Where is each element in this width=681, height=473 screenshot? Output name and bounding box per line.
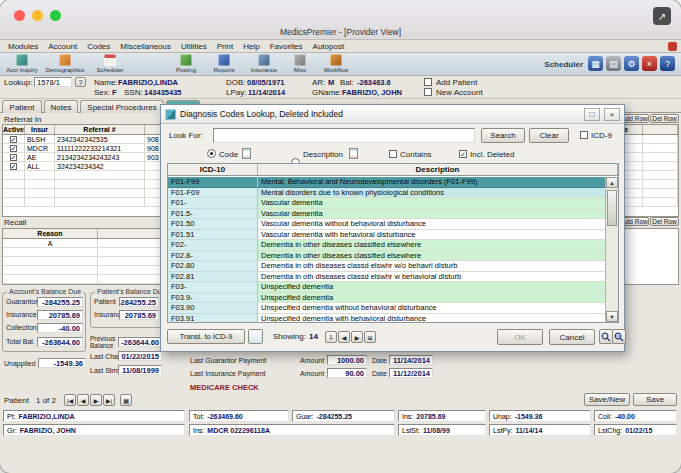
menu-miscellaneous[interactable]: Miscellaneous: [115, 42, 176, 51]
magnifier-plus-icon[interactable]: [612, 329, 626, 344]
toolbar-insurance[interactable]: Insurance: [244, 54, 284, 75]
lookup-label: Lookup:: [4, 78, 32, 87]
titlebar: MedicsPremier - [Provider View] ↗: [0, 0, 681, 40]
toolbar-scheduler[interactable]: Scheduler: [90, 54, 130, 75]
cancel-button[interactable]: Cancel: [549, 329, 595, 345]
incl-deleted-checkbox[interactable]: ✓: [459, 150, 467, 158]
ok-button[interactable]: OK: [497, 329, 543, 345]
magnifier-icon[interactable]: [599, 329, 613, 344]
menu-utilities[interactable]: Utilities: [176, 42, 212, 51]
add-patient-checkbox[interactable]: [424, 78, 432, 86]
grid-nav-next-button[interactable]: ▶: [351, 331, 363, 343]
menu-favorites[interactable]: Favorites: [265, 42, 308, 51]
toolbar-acct-inquiry[interactable]: Acct Inquiry: [2, 54, 42, 75]
exit-icon[interactable]: [668, 42, 677, 51]
dx-row[interactable]: F02.81Dementia in oth diseases classd el…: [168, 272, 605, 283]
dx-row[interactable]: F01.51Vascular dementia with behavioral …: [168, 230, 605, 241]
patient-next-button[interactable]: ▶: [90, 394, 102, 406]
save-button[interactable]: Save: [633, 393, 677, 406]
patient-list-icon[interactable]: ▦: [120, 394, 132, 406]
active-checkbox[interactable]: ✓: [10, 145, 17, 152]
tab-special-procedures[interactable]: Special Procedures: [80, 100, 164, 113]
ssn-label: SSN:: [124, 88, 143, 97]
toolbar-reports[interactable]: Reports: [206, 54, 242, 75]
active-checkbox[interactable]: ✓: [10, 163, 17, 170]
referral-number-cell: 324234234342: [55, 162, 145, 170]
toolbar-demographics[interactable]: Demographics: [42, 54, 88, 75]
icd9-checkbox[interactable]: [580, 131, 588, 139]
lookup-help-button[interactable]: ?: [75, 77, 86, 87]
code-radio[interactable]: [207, 149, 216, 158]
description-column-header[interactable]: Description: [258, 164, 618, 175]
clear-button[interactable]: Clear: [529, 128, 569, 143]
scroll-down-icon[interactable]: ▼: [606, 311, 618, 322]
grid-nav-prev-button[interactable]: ◀: [338, 331, 350, 343]
diagnosis-codes-dialog: Diagnosis Codes Lookup, Deleted Included…: [160, 104, 625, 352]
tab-notes[interactable]: Notes: [44, 100, 78, 113]
insurance-label: Insurance: [6, 311, 37, 318]
new-account-checkbox[interactable]: [424, 88, 432, 96]
del-row-button-bottom[interactable]: Del Row: [650, 217, 679, 226]
toolbar-workflow[interactable]: Workflow: [316, 54, 356, 75]
lookup-input[interactable]: 1578/1: [34, 77, 72, 87]
zoom-traffic-light[interactable]: [50, 10, 61, 21]
patient-prev-button[interactable]: ◀: [77, 394, 89, 406]
look-for-input[interactable]: [213, 128, 475, 143]
menu-modules[interactable]: Modules: [3, 42, 43, 51]
scrollbar-thumb[interactable]: [607, 190, 617, 226]
grid-nav-last-button[interactable]: ⊞: [364, 331, 376, 343]
tab-patient[interactable]: Patient: [2, 100, 42, 113]
dx-row[interactable]: F03.9-Unspecified dementia: [168, 293, 605, 304]
dialog-close-button[interactable]: ×: [604, 108, 620, 121]
dx-row[interactable]: F02-Dementia in other diseases classifie…: [168, 240, 605, 251]
expand-arrow-icon: ↗: [658, 11, 666, 22]
ar-value: M: [328, 78, 334, 87]
calculator-icon[interactable]: ▦: [588, 56, 603, 71]
patient-first-button[interactable]: |◀: [64, 394, 76, 406]
dx-row[interactable]: F01.50Vascular dementia without behavior…: [168, 219, 605, 230]
active-checkbox[interactable]: ✓: [10, 136, 17, 143]
contains-checkbox[interactable]: [389, 150, 397, 158]
grid-scrollbar[interactable]: ▲ ▼: [605, 177, 618, 322]
search-button[interactable]: Search: [481, 128, 525, 143]
menu-autopost[interactable]: Autopost: [308, 42, 350, 51]
dx-row[interactable]: F03.91Unspecified dementia with behavior…: [168, 314, 605, 323]
close-traffic-light[interactable]: [14, 10, 25, 21]
expand-icon[interactable]: ↗: [653, 7, 671, 25]
dx-row[interactable]: F01-F99Mental, Behavioral and Neurodevel…: [168, 177, 605, 188]
icd9-tool-icon[interactable]: [248, 329, 263, 344]
del-row-button-top[interactable]: Del Row: [650, 114, 679, 123]
icd10-column-header[interactable]: ICD-10: [168, 164, 258, 175]
menu-help[interactable]: Help: [238, 42, 264, 51]
menu-codes[interactable]: Codes: [82, 42, 115, 51]
close-session-icon[interactable]: ×: [642, 56, 657, 71]
save-new-button[interactable]: Save/New: [584, 393, 630, 406]
dx-row[interactable]: F02.8-Dementia in other diseases classif…: [168, 251, 605, 262]
menu-account[interactable]: Account: [43, 42, 82, 51]
menu-print[interactable]: Print: [212, 42, 238, 51]
previous-balance-label: Previous Balance: [90, 336, 120, 349]
toolbar-posting[interactable]: Posting: [168, 54, 204, 75]
dx-row[interactable]: F03.90Unspecified dementia without behav…: [168, 303, 605, 314]
dob-value: 08/05/1971: [247, 78, 285, 87]
tools-icon[interactable]: ⚙: [624, 56, 639, 71]
dx-row[interactable]: F01-Vascular dementia: [168, 198, 605, 209]
scroll-up-icon[interactable]: ▲: [606, 177, 618, 188]
dialog-maximize-button[interactable]: □: [584, 108, 600, 121]
dx-row[interactable]: F03-Unspecified dementia: [168, 282, 605, 293]
minimize-traffic-light[interactable]: [32, 10, 43, 21]
dx-row[interactable]: F02.80Dementia in oth diseases classd el…: [168, 261, 605, 272]
transl-icd9-button[interactable]: Transl. to ICD-9: [167, 329, 245, 344]
help-icon[interactable]: ?: [660, 56, 675, 71]
dialog-titlebar[interactable]: Diagnosis Codes Lookup, Deleted Included…: [161, 105, 624, 124]
bal-label: Bal:: [340, 78, 354, 87]
toolbar-misc[interactable]: Misc: [286, 54, 314, 75]
active-checkbox[interactable]: ✓: [10, 154, 17, 161]
dx-row[interactable]: F01-F09Mental disorders due to known phy…: [168, 188, 605, 199]
dx-row[interactable]: F01.5-Vascular dementia: [168, 209, 605, 220]
patient-last-button[interactable]: ▶|: [103, 394, 115, 406]
toolbar: Acct Inquiry Demographics Scheduler Post…: [0, 53, 681, 76]
incl-deleted-label: Incl. Deleted: [470, 150, 514, 159]
printer-icon[interactable]: ▤: [606, 56, 621, 71]
grid-nav-first-button[interactable]: 1: [325, 331, 337, 343]
